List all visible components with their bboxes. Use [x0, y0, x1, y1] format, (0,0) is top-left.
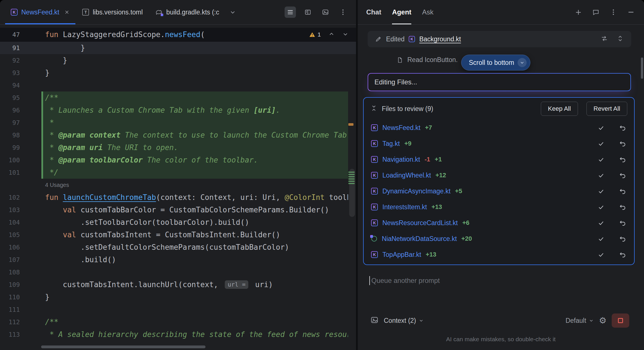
code-line[interactable]: 91 } [0, 42, 356, 54]
revert-file-button[interactable] [618, 234, 627, 243]
file-link[interactable]: DynamicAsyncImage.kt [382, 187, 450, 195]
file-link[interactable]: NewsFeed.kt [382, 124, 420, 132]
chat-history-button[interactable] [591, 8, 600, 17]
code-line[interactable]: 102fun launchCustomChromeTab(context: Co… [0, 191, 356, 204]
revert-file-button[interactable] [618, 139, 627, 148]
editor-tab-newsfeed-kt[interactable]: KNewsFeed.kt [5, 0, 76, 24]
vertical-scrollbar-thumb[interactable] [349, 169, 355, 217]
code-line[interactable]: 100 * @param toolbarColor The color of t… [0, 154, 356, 166]
file-review-row[interactable]: KLoadingWheel.kt+12 [364, 167, 634, 183]
prompt-input[interactable]: Queue another prompt [369, 276, 440, 285]
attach-image-button[interactable] [370, 316, 379, 325]
model-selector[interactable]: Default [565, 317, 594, 325]
edited-file-link[interactable]: Background.kt [419, 35, 461, 43]
scroll-to-bottom-button[interactable]: Scroll to bottom [461, 55, 530, 71]
hide-panel-button[interactable] [626, 8, 635, 17]
code-line[interactable]: 98 * @param context The context to use t… [0, 129, 356, 141]
close-tab-button[interactable] [64, 9, 70, 15]
file-review-row[interactable]: KTopAppBar.kt+13 [364, 247, 634, 262]
code-line[interactable]: 112/** [0, 316, 356, 328]
preview-button[interactable] [320, 7, 331, 18]
stop-button[interactable] [612, 313, 629, 328]
split-editor-button[interactable] [302, 7, 313, 18]
code-line[interactable]: 105 val customTabsIntent = CustomTabsInt… [0, 229, 356, 241]
keep-all-button[interactable]: Keep All [541, 102, 578, 116]
expand-button[interactable] [617, 35, 624, 43]
file-review-row[interactable]: KNewsResourceCardList.kt+6 [364, 215, 634, 231]
code-line[interactable]: 97 * [0, 116, 356, 129]
revert-file-button[interactable] [618, 123, 627, 132]
file-link[interactable]: NiaNetworkDataSource.kt [382, 235, 457, 243]
new-chat-button[interactable] [574, 8, 583, 17]
accept-file-button[interactable] [597, 171, 605, 180]
code-line[interactable]: 108 [0, 266, 356, 278]
diff-button[interactable] [601, 35, 608, 43]
context-selector[interactable]: Context (2) [384, 317, 424, 325]
code-token: The color of the toolbar. [143, 156, 258, 164]
accept-file-button[interactable] [597, 250, 605, 259]
file-review-row[interactable]: KNewsFeed.kt+7 [364, 120, 634, 136]
chat-scrollbar-thumb[interactable] [641, 57, 643, 79]
revert-file-button[interactable] [618, 250, 627, 259]
code-line[interactable]: 103 val customTabBarColor = CustomTabCol… [0, 204, 356, 216]
revert-all-button[interactable]: Revert All [586, 102, 627, 116]
code-line[interactable]: 96 * Launches a Custom Chrome Tab with t… [0, 104, 356, 116]
usages-hint-line[interactable]: 4 Usages [0, 179, 356, 191]
editor-tab-libs-versions-toml[interactable]: Tlibs.versions.toml [76, 0, 149, 24]
file-review-row[interactable]: KNavigation.kt-1+1 [364, 151, 634, 167]
file-link[interactable]: Navigation.kt [382, 156, 420, 163]
accept-file-button[interactable] [597, 219, 605, 227]
revert-file-button[interactable] [618, 187, 627, 195]
code-line[interactable]: 101 */ [0, 166, 356, 179]
code-line[interactable]: 94 [0, 79, 356, 91]
file-review-row[interactable]: NiaNetworkDataSource.kt+20 [364, 231, 634, 247]
chat-tab-ask[interactable]: Ask [422, 0, 433, 24]
revert-file-button[interactable] [618, 155, 627, 164]
editor-layout-button[interactable] [285, 7, 296, 18]
code-line[interactable]: 109 customTabsIntent.launchUrl(context, … [0, 278, 356, 291]
revert-file-button[interactable] [618, 171, 627, 180]
warning-badge[interactable]: 1 [309, 31, 321, 38]
file-link[interactable]: Tag.kt [382, 140, 400, 148]
edited-file-card[interactable]: Edited K Background.kt [368, 31, 631, 47]
sticky-header-line[interactable]: 47 fun LazyStaggeredGridScope.newsFeed( … [0, 28, 356, 42]
code-line[interactable]: 93} [0, 67, 356, 79]
file-review-row[interactable]: KDynamicAsyncImage.kt+5 [364, 183, 634, 199]
collapse-button[interactable] [370, 105, 377, 113]
revert-file-button[interactable] [618, 219, 627, 227]
usages-hint[interactable]: 4 Usages [45, 182, 69, 188]
accept-file-button[interactable] [597, 155, 605, 164]
code-line[interactable]: 99 * @param uri The URI to open. [0, 141, 356, 154]
next-warning-button[interactable] [342, 31, 349, 39]
code-line[interactable]: 110} [0, 291, 356, 303]
chat-menu-button[interactable] [609, 8, 618, 17]
file-link[interactable]: NewsResourceCardList.kt [382, 219, 458, 227]
code-line[interactable]: 111 [0, 303, 356, 316]
file-link[interactable]: LoadingWheel.kt [382, 172, 431, 179]
accept-file-button[interactable] [597, 234, 605, 243]
file-review-row[interactable]: KTag.kt+9 [364, 136, 634, 151]
settings-button[interactable]: ⚙ [599, 316, 607, 325]
code-line[interactable]: 92 } [0, 54, 356, 67]
accept-file-button[interactable] [597, 187, 605, 195]
code-line[interactable]: 104 .setToolbarColor(toolbarColor).build… [0, 216, 356, 229]
editor-menu-button[interactable] [337, 7, 349, 18]
file-review-row[interactable]: KInterestsItem.kt+13 [364, 199, 634, 215]
chat-tab-chat[interactable]: Chat [366, 0, 381, 24]
file-link[interactable]: TopAppBar.kt [382, 251, 421, 259]
code-area[interactable]: 91 }92 }93}9495/**96 * Launches a Custom… [0, 42, 356, 350]
tab-dropdown-button[interactable] [225, 0, 240, 24]
file-link[interactable]: InterestsItem.kt [382, 203, 427, 211]
horizontal-scrollbar-thumb[interactable] [41, 345, 206, 348]
revert-file-button[interactable] [618, 203, 627, 211]
code-line[interactable]: 106 .setDefaultColorSchemeParams(customT… [0, 241, 356, 253]
code-line[interactable]: 113 * A sealed hierarchy describing the … [0, 328, 356, 341]
accept-file-button[interactable] [597, 123, 605, 132]
code-line[interactable]: 95/** [0, 91, 356, 104]
accept-file-button[interactable] [597, 203, 605, 211]
code-line[interactable]: 107 .build() [0, 253, 356, 266]
editor-tab-build-gradle-kts-c[interactable]: build.gradle.kts (:c [149, 0, 226, 24]
accept-file-button[interactable] [597, 139, 605, 148]
chat-tab-agent[interactable]: Agent [392, 0, 411, 24]
prev-warning-button[interactable] [328, 31, 335, 39]
